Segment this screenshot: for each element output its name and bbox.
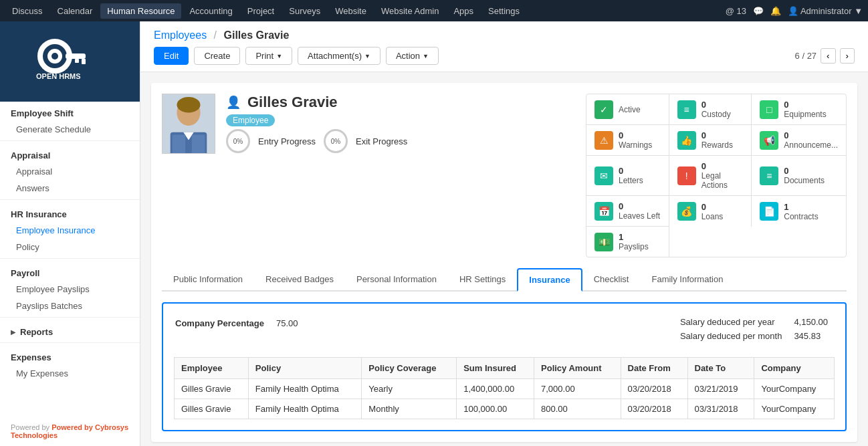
nav-human-resource[interactable]: Human Resource [100, 3, 181, 19]
nav-project[interactable]: Project [241, 3, 281, 19]
warnings-count: 0 [619, 130, 652, 140]
letters-icon: ✉ [594, 166, 613, 185]
stat-payslips[interactable]: 💵 1 Payslips [586, 227, 669, 257]
leaves-count: 0 [619, 201, 660, 211]
cybrosys-link[interactable]: Powered by Cybrosys Technologies [11, 423, 128, 439]
breadcrumb-separator: / [214, 29, 217, 41]
nav-apps[interactable]: Apps [447, 3, 480, 19]
cell-coverage: Monthly [362, 399, 457, 419]
nav-website[interactable]: Website [328, 3, 373, 19]
stat-announcements[interactable]: 📢 0 Announceme... [752, 125, 846, 156]
table-row[interactable]: Gilles Gravie Family Health Optima Yearl… [175, 379, 835, 399]
exit-progress-label: Exit Progress [356, 136, 407, 146]
sidebar-item-my-expenses[interactable]: My Expenses [0, 365, 140, 382]
entry-progress-label: Entry Progress [258, 136, 316, 146]
tab-personal-information[interactable]: Personal Information [345, 268, 448, 290]
custody-label: Custody [701, 110, 731, 119]
stat-legal-actions[interactable]: ! 0 Legal Actions [669, 156, 752, 196]
tab-checklist[interactable]: Checklist [582, 268, 641, 290]
cell-sum-insured: 100,000.00 [457, 399, 534, 419]
sidebar-section-reports-toggle[interactable]: ▶ Reports [0, 320, 140, 340]
tab-public-information[interactable]: Public Information [162, 268, 254, 290]
legal-actions-label: Legal Actions [701, 171, 744, 190]
svg-rect-5 [75, 59, 79, 63]
salary-per-month-value: 345.83 [788, 330, 833, 342]
stat-loans[interactable]: 💰 0 Loans [669, 196, 752, 227]
stat-letters[interactable]: ✉ 0 Letters [586, 156, 669, 196]
sidebar-item-generate-schedule[interactable]: Generate Schedule [0, 121, 140, 138]
notification-icon[interactable]: @ 13 [726, 6, 746, 16]
nav-website-admin[interactable]: Website Admin [374, 3, 445, 19]
stat-active[interactable]: ✓ Active [586, 94, 669, 125]
contracts-label: Contracts [784, 212, 818, 221]
table-row[interactable]: Gilles Gravie Family Health Optima Month… [175, 399, 835, 419]
cell-employee: Gilles Gravie [175, 399, 249, 419]
edit-button[interactable]: Edit [154, 47, 189, 65]
announcements-icon: 📢 [760, 131, 778, 150]
user-menu[interactable]: 👤 Administrator ▼ [788, 6, 863, 16]
sidebar-section-title-appraisal: Appraisal [0, 144, 140, 163]
svg-rect-12 [173, 135, 186, 154]
sidebar-item-appraisal[interactable]: Appraisal [0, 163, 140, 180]
loans-icon: 💰 [677, 202, 696, 221]
sidebar-item-answers[interactable]: Answers [0, 180, 140, 197]
sidebar-item-employee-payslips[interactable]: Employee Payslips [0, 281, 140, 298]
stat-equipments[interactable]: □ 0 Equipments [752, 94, 846, 125]
alert-icon[interactable]: 🔔 [770, 6, 781, 16]
employee-photo [162, 94, 215, 154]
stat-warnings[interactable]: ⚠ 0 Warnings [586, 125, 669, 156]
sidebar-item-payslips-batches[interactable]: Payslips Batches [0, 298, 140, 314]
pagination-prev-button[interactable]: ‹ [821, 48, 835, 64]
print-button[interactable]: Print [245, 47, 292, 65]
nav-surveys[interactable]: Surveys [282, 3, 327, 19]
tab-received-badges[interactable]: Received Badges [254, 268, 345, 290]
insurance-section: Company Percentage 75.00 Salary deduced … [162, 302, 847, 431]
attachments-button[interactable]: Attachment(s) [298, 47, 381, 65]
tab-family-information[interactable]: Family Information [640, 268, 734, 290]
stat-contracts[interactable]: 📄 1 Contracts [752, 196, 846, 227]
custody-count: 0 [701, 100, 731, 110]
insurance-summary: Company Percentage 75.00 Salary deduced … [174, 314, 835, 344]
nav-discuss[interactable]: Discuss [5, 3, 49, 19]
sidebar-section-title-hr-insurance: HR Insurance [0, 203, 140, 222]
svg-rect-4 [82, 59, 86, 64]
stat-rewards[interactable]: 👍 0 Rewards [669, 125, 752, 156]
tab-hr-settings[interactable]: HR Settings [448, 268, 517, 290]
payslips-icon: 💵 [594, 233, 613, 251]
stat-documents[interactable]: ≡ 0 Documents [752, 156, 846, 196]
sidebar-section-expenses: Expenses My Expenses [0, 346, 140, 382]
legal-actions-count: 0 [701, 161, 744, 171]
action-button[interactable]: Action [386, 47, 439, 65]
cell-policy: Family Health Optima [248, 399, 362, 419]
pagination-next-button[interactable]: › [840, 48, 855, 64]
nav-calendar[interactable]: Calendar [51, 3, 100, 19]
sidebar-section-appraisal: Appraisal Appraisal Answers [0, 144, 140, 197]
create-button[interactable]: Create [194, 47, 240, 65]
tab-insurance[interactable]: Insurance [517, 268, 582, 292]
stat-custody[interactable]: ≡ 0 Custody [669, 94, 752, 125]
sidebar-item-policy[interactable]: Policy [0, 239, 140, 255]
stat-leaves[interactable]: 📅 0 Leaves Left [586, 196, 669, 227]
insurance-summary-right: Salary deduced per year 4,150.00 Salary … [673, 314, 835, 344]
contracts-icon: 📄 [760, 202, 778, 221]
nav-settings[interactable]: Settings [481, 3, 526, 19]
col-coverage: Policy Coverage [362, 358, 457, 379]
pagination: 6 / 27 ‹ › [795, 48, 855, 64]
warnings-label: Warnings [619, 140, 652, 150]
payslips-count: 1 [619, 232, 649, 242]
salary-per-year-label: Salary deduced per year [675, 316, 787, 328]
exit-progress-circle: 0% [324, 129, 348, 153]
sidebar-item-employee-insurance[interactable]: Employee Insurance [0, 222, 140, 239]
equipments-count: 0 [784, 100, 826, 110]
chat-icon[interactable]: 💬 [753, 6, 764, 16]
leaves-icon: 📅 [594, 202, 613, 221]
cell-policy: Family Health Optima [248, 379, 362, 399]
cell-employee: Gilles Gravie [175, 379, 249, 399]
legal-actions-icon: ! [677, 166, 696, 185]
documents-icon: ≡ [760, 166, 778, 185]
breadcrumb-parent-link[interactable]: Employees [154, 29, 207, 41]
nav-accounting[interactable]: Accounting [183, 3, 239, 19]
cell-company: YourCompany [754, 379, 835, 399]
company-percentage-label: Company Percentage [175, 316, 275, 331]
col-date-from: Date From [621, 358, 687, 379]
